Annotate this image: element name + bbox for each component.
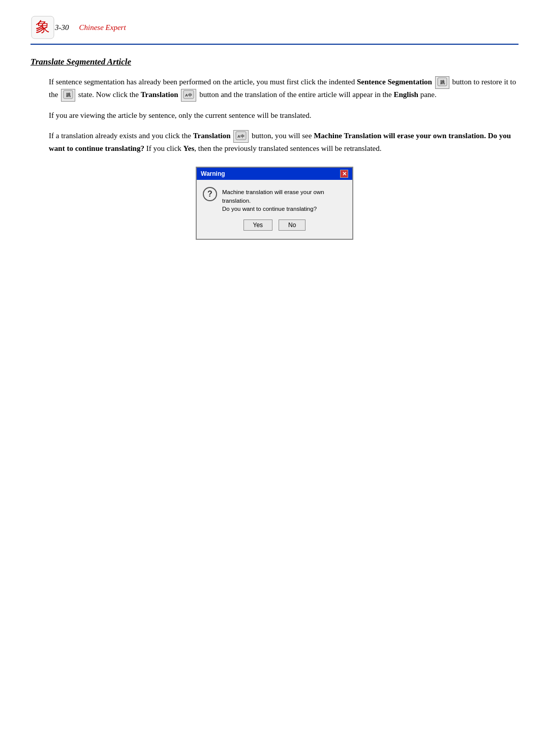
product-name: Chinese Expert [79, 23, 126, 32]
p1-text-mid2: state. Now click the [78, 90, 141, 99]
translation-icon[interactable]: A中 [181, 89, 196, 102]
dialog-buttons: Yes No [203, 219, 346, 233]
svg-text:跳: 跳 [66, 92, 71, 98]
dialog-yes-button[interactable]: Yes [243, 219, 273, 231]
section-title: Translate Segmented Article [30, 57, 518, 67]
p3-text-prefix: If a translation already exists and you … [49, 132, 193, 140]
page-header: 象 3-30 Chinese Expert [30, 15, 518, 45]
dialog-message: Machine translation will erase your own … [222, 187, 346, 213]
svg-text:A中: A中 [237, 134, 245, 139]
p3-bold-yes: Yes [184, 144, 195, 152]
sentence-segmentation-icon[interactable]: 跳 [435, 76, 449, 89]
p3-text-end: , then the previously translated sentenc… [194, 144, 381, 152]
page-number: 3-30 [55, 23, 69, 32]
paragraph-3: If a translation already exists and you … [49, 130, 518, 154]
translation-icon-2[interactable]: A中 [233, 130, 249, 143]
dialog-body: ? Machine translation will erase your ow… [197, 180, 352, 239]
p1-text-prefix: If sentence segmentation has already bee… [49, 78, 357, 86]
svg-text:象: 象 [36, 19, 50, 35]
dialog-no-button[interactable]: No [279, 219, 306, 231]
p1-text-end: pane. [418, 90, 437, 99]
svg-text:跳: 跳 [440, 80, 445, 85]
dialog-message-line1: Machine translation will erase your own … [222, 188, 346, 205]
logo-icon: 象 [30, 15, 55, 40]
question-icon: ? [203, 187, 217, 201]
paragraph-1: If sentence segmentation has already bee… [49, 76, 518, 102]
paragraph-2: If you are viewing the article by senten… [49, 110, 518, 121]
dialog-title: Warning [201, 170, 225, 177]
dialog-wrapper: Warning ✕ ? Machine translation will era… [30, 167, 518, 240]
dialog-titlebar: Warning ✕ [197, 168, 352, 180]
svg-text:A中: A中 [185, 93, 192, 98]
p1-bold-sentence-segmentation: Sentence Segmentation [357, 78, 432, 86]
dialog-content-row: ? Machine translation will erase your ow… [203, 187, 346, 213]
p3-bold-translation: Translation [193, 132, 231, 140]
dialog-close-button[interactable]: ✕ [340, 170, 348, 178]
p1-text-suffix: button and the translation of the entire… [199, 90, 393, 99]
warning-dialog: Warning ✕ ? Machine translation will era… [196, 167, 353, 240]
p1-bold-english: English [394, 90, 418, 99]
dialog-message-line2: Do you want to continue translating? [222, 205, 346, 213]
sentence-segmentation-state-icon[interactable]: 跳 [61, 89, 75, 102]
p1-bold-translation: Translation [141, 90, 178, 99]
page: 象 3-30 Chinese Expert Translate Segmente… [0, 0, 549, 270]
p3-text-mid: button, you will see [252, 132, 314, 140]
p3-text-suffix: If you click [146, 144, 184, 152]
